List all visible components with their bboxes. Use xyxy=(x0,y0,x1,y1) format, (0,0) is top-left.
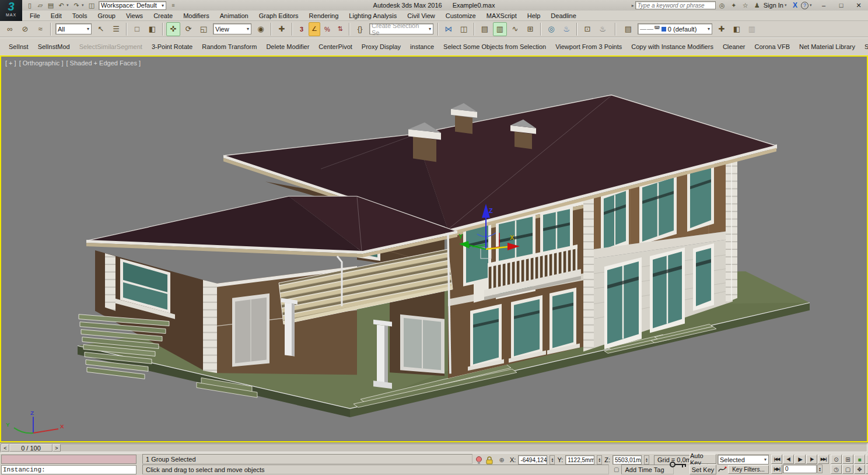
set-key-mode-icon[interactable] xyxy=(668,459,688,470)
use-pivot-point-center-button[interactable]: ◉ xyxy=(254,22,268,36)
set-key-button[interactable]: Set Key xyxy=(690,464,716,474)
minimize-button[interactable]: – xyxy=(816,1,832,10)
default-tangent-icon[interactable] xyxy=(718,465,727,474)
new-scene-button[interactable]: ▯ xyxy=(24,1,35,10)
window-crossing-toggle[interactable]: ◧ xyxy=(145,22,159,36)
layer-dropdown[interactable]: — — ◚ 0 (default)▾ xyxy=(638,23,712,34)
menu-lighting-analysis[interactable]: Lighting Analysis xyxy=(344,11,402,20)
communicator-icon[interactable]: ▢ xyxy=(614,466,619,473)
script-centerpivot-button[interactable]: CenterPivot xyxy=(314,41,356,52)
menu-views[interactable]: Views xyxy=(121,11,148,20)
go-to-end-button[interactable]: ▶▶| xyxy=(818,455,829,464)
close-button[interactable]: ✕ xyxy=(850,1,867,10)
project-folder-button[interactable]: ◫ xyxy=(86,1,97,10)
script-copy-with-instance-modifiers-button[interactable]: Copy with Instance Modifiers xyxy=(627,41,718,52)
script-selectsimilarsegment-button[interactable]: SelectSimilarSegment xyxy=(75,41,146,52)
redo-button[interactable]: ↷ xyxy=(71,1,82,10)
zoom-icon[interactable]: ⊙ xyxy=(831,455,842,464)
menu-group[interactable]: Group xyxy=(92,11,121,20)
select-objects-in-layer-button[interactable]: ▥ xyxy=(745,22,759,36)
viewport-scene[interactable]: Z X Y Z X Y xyxy=(1,57,867,441)
toolbar-overflow-icon[interactable]: ≡ xyxy=(168,1,178,10)
material-editor-button[interactable]: ◎ xyxy=(544,22,558,36)
menu-create[interactable]: Create xyxy=(148,11,178,20)
menu-rendering[interactable]: Rendering xyxy=(304,11,344,20)
undo-caret[interactable]: ▾ xyxy=(66,3,71,8)
script-select-active-camera-button[interactable]: Select Active Camera/Target xyxy=(860,41,868,52)
time-slider-track[interactable]: < 0 / 100 > xyxy=(1,443,867,452)
viewport-menu-pov[interactable]: [ Orthographic ] xyxy=(19,60,64,67)
x-coord-field[interactable]: -6494,124 xyxy=(518,455,547,464)
select-and-scale-button[interactable]: ◱ xyxy=(197,22,211,36)
redo-caret[interactable]: ▾ xyxy=(82,3,86,8)
open-file-button[interactable]: ▱ xyxy=(35,1,46,10)
time-slider-handle[interactable]: 0 / 100 xyxy=(9,444,52,452)
sign-in-caret[interactable]: ▾ xyxy=(785,3,789,8)
restore-button[interactable]: □ xyxy=(833,1,849,10)
help-caret[interactable]: ▾ xyxy=(810,3,814,8)
isolate-selection-toggle-icon[interactable] xyxy=(475,456,483,464)
previous-frame-arrow[interactable]: < xyxy=(1,444,9,452)
save-file-button[interactable]: ▤ xyxy=(46,1,56,10)
z-coord-spinner[interactable]: ▲▼ xyxy=(644,455,649,464)
angle-snap-toggle-button[interactable]: ∠ xyxy=(309,22,320,36)
script-proxy-display-button[interactable]: Proxy Display xyxy=(358,41,405,52)
region-zoom-icon[interactable]: ▢ xyxy=(842,464,853,474)
schematic-view-button[interactable]: ⊞ xyxy=(523,22,537,36)
select-by-name-button[interactable]: ☰ xyxy=(109,22,123,36)
pan-view-icon[interactable]: ✥ xyxy=(854,464,865,474)
menu-edit[interactable]: Edit xyxy=(46,11,67,20)
render-production-button[interactable]: ♨ xyxy=(596,22,610,36)
selection-filter-dropdown[interactable]: All▾ xyxy=(55,23,92,34)
previous-frame-button[interactable]: ◀| xyxy=(783,455,794,464)
workspace-dropdown[interactable]: Workspace: Default▾ xyxy=(99,1,166,10)
user-icon[interactable]: ♟ xyxy=(752,1,762,10)
selection-lock-toggle-icon[interactable] xyxy=(485,456,494,464)
communication-center-icon[interactable]: ✦ xyxy=(729,1,739,10)
render-setup-button[interactable]: ♨ xyxy=(559,22,573,36)
select-and-link-button[interactable]: ∞ xyxy=(3,22,17,36)
named-selection-sets-dropdown[interactable]: Create Selection Se▾ xyxy=(369,23,433,34)
absolute-offset-mode-toggle[interactable]: ⊕ xyxy=(496,455,507,465)
rectangular-selection-region-button[interactable]: □ xyxy=(130,22,144,36)
unlink-selection-button[interactable]: ⊘ xyxy=(18,22,32,36)
rendered-frame-window-button[interactable]: ⊡ xyxy=(580,22,594,36)
frame-spinner[interactable]: ▲▼ xyxy=(817,464,822,473)
help-icon[interactable]: ? xyxy=(801,2,808,9)
snaps-toggle-button[interactable]: 3 xyxy=(296,22,307,36)
y-coord-field[interactable]: 1122,5mm xyxy=(565,455,594,464)
spinner-snap-toggle-button[interactable]: ⇅ xyxy=(334,22,346,36)
zoom-extents-icon[interactable]: ■ xyxy=(854,455,865,464)
select-and-manipulate-button[interactable]: ✚ xyxy=(275,22,289,36)
add-time-tag[interactable]: Add Time Tag xyxy=(621,464,674,474)
search-input[interactable] xyxy=(635,1,716,9)
script-cleaner-button[interactable]: Cleaner xyxy=(719,41,750,52)
time-configuration-icon[interactable]: ◷ xyxy=(831,464,842,474)
create-new-layer-button[interactable]: ✚ xyxy=(715,22,729,36)
menu-tools[interactable]: Tools xyxy=(67,11,93,20)
undo-button[interactable]: ↶ xyxy=(56,1,66,10)
play-button[interactable]: ▶ xyxy=(794,455,806,464)
auto-key-button[interactable]: Auto Key xyxy=(690,454,716,464)
max-logo[interactable]: 3 MAX xyxy=(0,0,22,21)
script-random-transform-button[interactable]: Random Transform xyxy=(198,41,261,52)
menu-deadline[interactable]: Deadline xyxy=(545,11,581,20)
current-frame-field[interactable]: 0 xyxy=(783,464,817,473)
search-expand-icon[interactable]: ▸ xyxy=(632,3,634,8)
add-selection-to-layer-button[interactable]: ◧ xyxy=(730,22,744,36)
key-mode-toggle[interactable]: |◀▶| xyxy=(771,464,782,474)
select-and-rotate-button[interactable]: ⟳ xyxy=(181,22,195,36)
manage-layers-right-button[interactable]: ▤ xyxy=(621,22,635,36)
curve-editor-button[interactable]: ∿ xyxy=(508,22,522,36)
menu-graph-editors[interactable]: Graph Editors xyxy=(254,11,304,20)
key-filters-button[interactable]: Key Filters... xyxy=(728,465,769,474)
viewport-menu-general[interactable]: [ + ] xyxy=(5,60,16,67)
script-instance-button[interactable]: instance xyxy=(406,41,438,52)
script-select-some-objects-button[interactable]: Select Some Objects from Selection xyxy=(439,41,550,52)
mirror-button[interactable]: ⋈ xyxy=(442,22,456,36)
script-delete-modifier-button[interactable]: Delete Modifier xyxy=(262,41,313,52)
menu-animation[interactable]: Animation xyxy=(215,11,254,20)
maxscript-mini-listener[interactable]: Instancing: xyxy=(1,465,136,474)
favorites-icon[interactable]: ☆ xyxy=(740,1,751,10)
toggle-scene-explorer-button[interactable]: ▥ xyxy=(493,22,507,36)
